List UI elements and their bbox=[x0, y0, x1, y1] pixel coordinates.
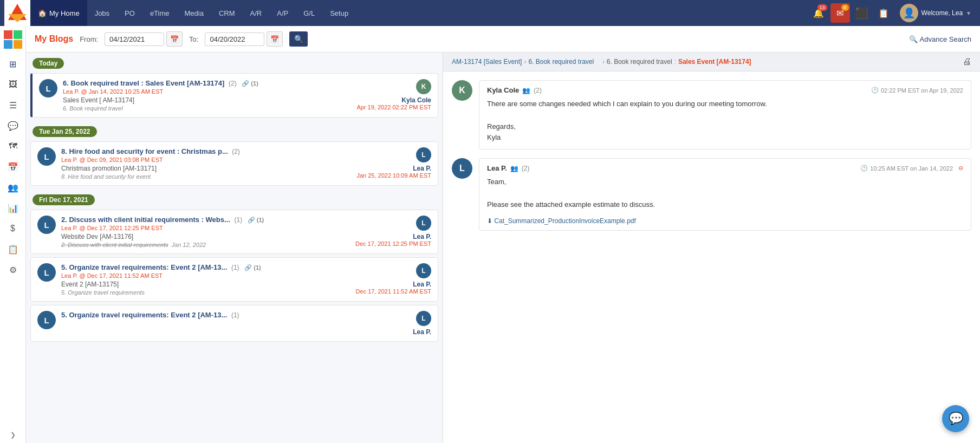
blog-item[interactable]: L 6. Book required travel : Sales Event … bbox=[30, 73, 438, 118]
message-group-icon: 👥 bbox=[510, 165, 518, 172]
blog-title: 5. Organize travel requirements: Event 2… bbox=[61, 263, 352, 271]
blog-item[interactable]: L 5. Organize travel requirements: Event… bbox=[30, 257, 438, 302]
user-menu[interactable]: 👤 Welcome, Lea ▼ bbox=[895, 2, 976, 24]
blog-meta: Lea P. @ Dec 09, 2021 03:08 PM EST bbox=[61, 157, 352, 163]
breadcrumb-am-link[interactable]: AM-13174 [Sales Event] bbox=[452, 58, 522, 66]
message-sender: Kyla Cole bbox=[487, 86, 519, 94]
advance-search-link[interactable]: 🔍 Advance Search bbox=[909, 35, 971, 43]
blog-item[interactable]: L 5. Organize travel requirements: Event… bbox=[30, 305, 438, 342]
nav-item-ap[interactable]: A/P bbox=[269, 0, 296, 26]
nav-item-gl[interactable]: G/L bbox=[296, 0, 322, 26]
blog-sub2: 8. Hire food and security for event bbox=[61, 173, 352, 180]
right-date: Apr 19, 2022 02:22 PM EST bbox=[356, 104, 431, 110]
sidebar-icon-chart[interactable]: 📊 bbox=[2, 198, 24, 218]
user-dropdown-icon: ▼ bbox=[966, 10, 971, 16]
search-button[interactable]: 🔍 bbox=[289, 31, 308, 47]
sidebar-icon-orgchart[interactable]: ⊞ bbox=[2, 54, 24, 74]
blog-right: K Kyla Cole Apr 19, 2022 02:22 PM EST bbox=[356, 79, 431, 112]
left-sidebar: ⊞ 🖼 ☰ 💬 🗺 📅 👥 📊 $ 📋 ⚙ ❯ bbox=[0, 26, 26, 443]
content-area: My Blogs From: 📅 To: 📅 🔍 🔍 Advance Searc… bbox=[26, 26, 980, 443]
message-sender: Lea P. bbox=[487, 164, 507, 172]
sidebar-icon-chat[interactable]: 💬 bbox=[2, 116, 24, 135]
blog-title: 8. Hire food and security for event : Ch… bbox=[61, 147, 352, 155]
blog-sub2: 5. Organize travel requirements bbox=[61, 289, 352, 296]
blog-content: 6. Book required travel : Sales Event [A… bbox=[63, 79, 352, 112]
from-date-input[interactable] bbox=[105, 32, 164, 46]
avatar: L bbox=[37, 147, 56, 166]
date-badge-dec17: Fri Dec 17, 2021 bbox=[33, 194, 95, 205]
logo-shape bbox=[8, 4, 27, 22]
print-button[interactable]: 🖨 bbox=[963, 57, 971, 67]
message-text: Team, Please see the attached example es… bbox=[487, 177, 963, 210]
blog-sub: Website Dev [AM-13176] bbox=[61, 233, 351, 240]
nav-item-etime[interactable]: eTime bbox=[142, 0, 177, 26]
date-badge-today: Today bbox=[33, 58, 64, 69]
detail-messages: K Kyla Cole 👥 (2) 🕐 02:22 PM EST on Apr … bbox=[443, 71, 980, 239]
nav-item-media[interactable]: Media bbox=[177, 0, 211, 26]
message-header: Lea P. 👥 (2) 🕐 10:25 AM EST on Jan 14, 2… bbox=[487, 164, 963, 172]
right-name: Lea P. bbox=[355, 233, 431, 240]
message-group-count: (2) bbox=[534, 87, 542, 94]
sidebar-icon-calendar[interactable]: 📅 bbox=[2, 157, 24, 177]
sidebar-icon-image[interactable]: 🖼 bbox=[2, 75, 24, 94]
to-date-input[interactable] bbox=[205, 32, 264, 46]
blog-item[interactable]: L 8. Hire food and security for event : … bbox=[30, 141, 438, 186]
user-avatar: 👤 bbox=[900, 4, 918, 22]
breadcrumb-sub-label: 6. Book required travel bbox=[607, 58, 672, 66]
user-name: Welcome, Lea bbox=[921, 9, 963, 17]
breadcrumb-sep1: › bbox=[524, 58, 526, 66]
sidebar-icon-settings[interactable]: ⚙ bbox=[2, 260, 24, 279]
blog-sub: Event 2 [AM-13175] bbox=[61, 281, 352, 288]
nav-item-setup[interactable]: Setup bbox=[322, 0, 356, 26]
sidebar-icon-people[interactable]: 👥 bbox=[2, 178, 24, 197]
blog-right: L Lea P. Dec 17, 2021 11:52 AM EST bbox=[356, 263, 431, 296]
right-name: Lea P. bbox=[356, 281, 431, 288]
to-calendar-button[interactable]: 📅 bbox=[267, 31, 283, 47]
breadcrumb-arrow: › bbox=[602, 58, 605, 65]
message-time: 🕐 10:25 AM EST on Jan 14, 2022 ⊖ bbox=[860, 165, 963, 172]
attach-icon: 🔗 (1) bbox=[248, 217, 264, 223]
right-name: Lea P. bbox=[356, 165, 431, 172]
from-date-wrap: 📅 bbox=[105, 31, 183, 47]
messages-button[interactable]: ✉ 8 bbox=[830, 3, 850, 23]
message-header: Kyla Cole 👥 (2) 🕐 02:22 PM EST on Apr 19… bbox=[487, 86, 963, 94]
advance-search-icon: 🔍 bbox=[909, 35, 918, 43]
clock-icon: 🕐 bbox=[871, 87, 879, 94]
sidebar-icon-map[interactable]: 🗺 bbox=[2, 136, 24, 156]
right-avatar: L bbox=[416, 311, 431, 326]
to-date-wrap: 📅 bbox=[205, 31, 283, 47]
nav-item-ar[interactable]: A/R bbox=[243, 0, 270, 26]
stack-button[interactable]: ⬛ bbox=[852, 3, 872, 23]
clipboard-button[interactable]: 📋 bbox=[874, 3, 893, 23]
message-avatar: K bbox=[452, 80, 472, 101]
sidebar-logo-block bbox=[4, 30, 22, 49]
message-item: K Kyla Cole 👥 (2) 🕐 02:22 PM EST on Apr … bbox=[452, 80, 971, 149]
right-avatar: K bbox=[416, 79, 431, 94]
right-name: Lea P. bbox=[366, 328, 431, 336]
messages-badge: 8 bbox=[841, 4, 849, 11]
avatar: L bbox=[37, 216, 56, 234]
delete-icon[interactable]: ⊖ bbox=[958, 165, 963, 172]
from-calendar-button[interactable]: 📅 bbox=[166, 31, 183, 47]
sidebar-expand-button[interactable]: ❯ bbox=[2, 427, 24, 443]
blog-sub: Sales Event [ AM-13174] bbox=[63, 96, 352, 104]
nav-item-home[interactable]: 🏠 My Home bbox=[30, 0, 87, 26]
breadcrumb-highlight: Sales Event [AM-13174] bbox=[678, 58, 751, 66]
blog-right: L Lea P. Jan 25, 2022 10:09 AM EST bbox=[356, 147, 431, 180]
breadcrumb-path: AM-13174 [Sales Event] › 6. Book require… bbox=[452, 58, 751, 66]
right-name: Kyla Cole bbox=[356, 96, 431, 104]
blog-item[interactable]: L 2. Discuss with client initial require… bbox=[30, 210, 438, 254]
nav-item-crm[interactable]: CRM bbox=[211, 0, 243, 26]
notifications-button[interactable]: 🔔 13 bbox=[809, 3, 828, 23]
nav-item-jobs[interactable]: Jobs bbox=[87, 0, 117, 26]
breadcrumb-travel-link[interactable]: 6. Book required travel bbox=[528, 58, 594, 66]
sidebar-icon-list[interactable]: ☰ bbox=[2, 95, 24, 115]
split-area: Today L 6. Book required travel : Sales … bbox=[26, 53, 980, 443]
sidebar-icon-dollar[interactable]: $ bbox=[2, 219, 24, 238]
nav-item-po[interactable]: PO bbox=[117, 0, 142, 26]
message-body: Kyla Cole 👥 (2) 🕐 02:22 PM EST on Apr 19… bbox=[479, 80, 971, 149]
chat-bubble-button[interactable]: 💬 bbox=[942, 405, 969, 432]
message-attachment[interactable]: ⬇ Cat_Summarized_ProductionInvoiceExampl… bbox=[487, 217, 963, 225]
sidebar-icon-schedule[interactable]: 📋 bbox=[2, 239, 24, 259]
main-layout: ⊞ 🖼 ☰ 💬 🗺 📅 👥 📊 $ 📋 ⚙ ❯ My Blogs From: 📅… bbox=[0, 26, 980, 443]
